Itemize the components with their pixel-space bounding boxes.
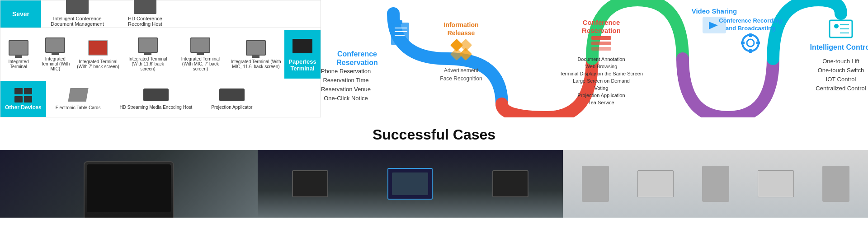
cases-title: Successful Cases xyxy=(0,126,868,143)
electronic-table-cards: Electronic Table Cards xyxy=(53,88,104,110)
server-row: Sever Intelligent Conference Document Ma… xyxy=(0,0,321,28)
svg-text:and Broadcasting: and Broadcasting xyxy=(726,25,775,32)
devices-row: Integrated Terminal Integrated Terminal … xyxy=(0,28,321,81)
svg-point-43 xyxy=(834,24,839,28)
svg-text:Advertisement: Advertisement xyxy=(444,67,479,74)
svg-rect-39 xyxy=(741,42,745,44)
svg-text:Conference Recording: Conference Recording xyxy=(719,17,782,24)
monitor-icon-6 xyxy=(246,40,266,56)
device-integrated-terminal-mic: Integrated Terminal (With MIC) xyxy=(37,37,74,71)
svg-text:Video Sharing: Video Sharing xyxy=(692,7,737,15)
other-devices-row: Other Devices Electronic Table Cards HD … xyxy=(0,81,321,117)
projector-icon xyxy=(219,89,245,101)
device-integrated-terminal-mic11: Integrated Terminal (With MIC, 11.6' bac… xyxy=(227,40,284,69)
svg-text:Phone Reservation: Phone Reservation xyxy=(321,68,371,75)
svg-text:Reservation Time: Reservation Time xyxy=(323,77,368,84)
cases-images xyxy=(0,150,868,218)
monitor-icon-5 xyxy=(190,37,210,53)
svg-rect-40 xyxy=(756,42,760,44)
case-image-right xyxy=(563,150,868,218)
svg-text:Voting: Voting xyxy=(594,85,609,91)
svg-rect-38 xyxy=(749,49,752,53)
projection-applicator: Projection Applicator xyxy=(208,89,255,110)
monitor-icon-2 xyxy=(45,37,65,53)
streaming-icon xyxy=(143,89,169,101)
svg-text:Web Browsing: Web Browsing xyxy=(585,64,618,69)
svg-rect-21 xyxy=(591,42,611,45)
svg-text:Projection Application: Projection Application xyxy=(577,93,625,98)
monitor-icon-3 xyxy=(88,40,108,56)
svg-text:One-touch Switch: One-touch Switch xyxy=(818,67,864,74)
svg-text:Document Annotation: Document Annotation xyxy=(577,56,625,62)
svg-rect-37 xyxy=(749,33,752,37)
device-integrated-terminal-11back: Integrated Terminal (With 11.6' back scr… xyxy=(122,37,174,71)
server-label: Sever xyxy=(0,0,41,28)
paperless-terminal: Paperless Terminal xyxy=(284,30,321,79)
svg-point-36 xyxy=(747,39,754,47)
svg-text:Centralized Control: Centralized Control xyxy=(816,85,866,92)
svg-text:Reservation: Reservation xyxy=(336,59,378,66)
table-card-icon xyxy=(68,88,88,102)
svg-rect-2 xyxy=(393,20,402,24)
conf-reservation-title: Conference xyxy=(337,50,377,58)
svg-text:One-Click Notice: One-Click Notice xyxy=(324,95,368,102)
svg-rect-1 xyxy=(391,23,409,45)
server-icon-2 xyxy=(134,0,156,14)
svg-text:Face Recognition: Face Recognition xyxy=(440,75,482,82)
top-section: Sever Intelligent Conference Document Ma… xyxy=(0,0,868,117)
svg-text:Large Screen on Demand: Large Screen on Demand xyxy=(573,78,630,84)
svg-text:Reservation: Reservation xyxy=(582,27,621,34)
svg-text:Conference: Conference xyxy=(583,19,620,26)
diagram-section: Conference Reservation Phone Reservation… xyxy=(321,0,868,117)
case-image-center xyxy=(258,150,563,218)
diagram-svg: Conference Reservation Phone Reservation… xyxy=(321,0,868,117)
svg-text:Terminal Display on the Same S: Terminal Display on the Same Screen xyxy=(560,71,643,76)
svg-text:Information: Information xyxy=(444,21,479,28)
monitor-icon-1 xyxy=(9,40,28,56)
other-devices-items: Electronic Table Cards HD Streaming Medi… xyxy=(46,81,262,117)
svg-text:Tea Service: Tea Service xyxy=(588,100,614,105)
monitor-icon-4 xyxy=(138,37,158,53)
device-integrated-terminal: Integrated Terminal xyxy=(0,40,37,69)
other-devices-label: Other Devices xyxy=(0,81,46,117)
case-image-left xyxy=(0,150,258,218)
server-icon-1 xyxy=(66,0,89,14)
svg-point-35 xyxy=(742,35,759,51)
svg-rect-22 xyxy=(591,47,611,51)
svg-text:IOT Control: IOT Control xyxy=(826,76,856,83)
device-integrated-terminal-mic7: Integrated Terminal (With MIC, 7' back s… xyxy=(174,37,227,71)
left-panel: Sever Intelligent Conference Document Ma… xyxy=(0,0,321,117)
hd-streaming-media: HD Streaming Media Encoding Host xyxy=(117,89,195,110)
cases-section: Successful Cases xyxy=(0,117,868,222)
paperless-icon xyxy=(291,37,314,55)
device-integrated-terminal-7back: Integrated Terminal (With 7' back screen… xyxy=(74,40,123,69)
svg-text:Releasse: Releasse xyxy=(448,29,475,37)
svg-rect-20 xyxy=(591,36,611,40)
svg-text:Intelligent Control: Intelligent Control xyxy=(810,43,868,51)
svg-text:Reservation Venue: Reservation Venue xyxy=(321,86,371,93)
svg-text:One-touch Lift: One-touch Lift xyxy=(822,58,859,65)
